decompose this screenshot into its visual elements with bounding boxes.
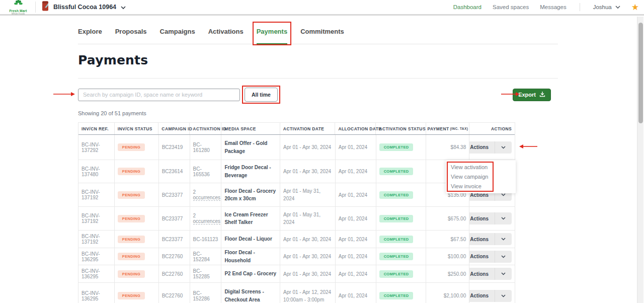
favorite-star-icon[interactable]: ★: [631, 3, 639, 12]
nav-messages[interactable]: Messages: [540, 4, 566, 10]
status-badge: COMPLETED: [379, 236, 414, 243]
chevron-down-icon: [495, 272, 512, 275]
column-header-media-space: MEDIA SPACE: [221, 123, 280, 134]
cell-media-space: Floor Decal - Household: [221, 248, 280, 265]
chevron-down-icon: [615, 4, 620, 10]
menu-item-view-campaign[interactable]: View campaign: [446, 173, 516, 181]
table-row: BC-INV-136295PENDINGBC22760BC-152286Digi…: [78, 283, 515, 303]
actions-button[interactable]: Actions: [469, 268, 512, 280]
actions-button[interactable]: Actions: [469, 141, 512, 154]
cell-activation-date: Apr 01 - May 31, 2024: [280, 207, 336, 230]
scrollbar-thumb[interactable]: [638, 23, 643, 123]
cell-activation-date: Apr 01 - Apr 30, 2024: [280, 135, 336, 160]
cell-inv-ref: BC-INV-137192: [78, 207, 115, 230]
status-badge: PENDING: [118, 143, 145, 151]
actions-button[interactable]: Actions: [469, 251, 512, 263]
download-icon: [539, 91, 545, 98]
status-badge: COMPLETED: [379, 292, 414, 299]
menu-item-view-invoice[interactable]: View invoice: [446, 182, 516, 190]
chevron-down-icon: [495, 294, 512, 297]
cell-inv-status: PENDING: [115, 160, 159, 183]
cell-inv-ref: BC-INV-137480: [78, 160, 115, 183]
column-header-inv-cn-ref-: INV/CN REF.: [78, 123, 115, 134]
menu-item-view-activation[interactable]: View activation: [446, 163, 516, 171]
chevron-down-icon: [495, 146, 512, 149]
occurrences-link[interactable]: 2 occurrences: [193, 189, 220, 201]
column-header-actions: ACTIONS: [469, 123, 515, 134]
logo-title: Fresh Mart: [9, 9, 27, 13]
cell-actions: Actions: [469, 265, 515, 282]
cell-allocation-date: Apr 01, 2024: [336, 248, 376, 265]
cell-activation-date: Apr 01 - May 31, 2024: [280, 183, 336, 206]
tab-payments[interactable]: Payments: [257, 28, 287, 45]
status-badge: PENDING: [118, 292, 145, 299]
tab-bar: ExploreProposalsCampaignsActivationsPaym…: [78, 28, 558, 44]
cell-inv-status: PENDING: [115, 135, 159, 160]
cell-activation-status: COMPLETED: [376, 207, 427, 230]
export-button[interactable]: Export: [513, 89, 551, 101]
date-filter-button[interactable]: All time: [245, 88, 278, 102]
cell-activation-status: COMPLETED: [376, 135, 427, 160]
actions-button-label: Actions: [469, 271, 495, 277]
cell-media-space: Floor Decal - Grocery 20cm x 30cm: [221, 183, 280, 206]
column-header-payment: PAYMENT(INC. TAX): [426, 123, 469, 134]
status-badge: PENDING: [118, 236, 145, 243]
cell-inv-ref: BC-INV-136295: [78, 265, 115, 282]
activation-id-text: BC-152284: [193, 251, 218, 262]
column-header-inv-cn-status: INV/CN STATUS: [115, 123, 159, 134]
cell-media-space: Email Offer - Gold Package: [221, 135, 280, 160]
user-name: Joshua: [593, 4, 612, 10]
cell-activation-id: BC-152286: [190, 283, 222, 303]
cell-actions: Actions: [469, 283, 515, 303]
chevron-down-icon: [121, 3, 126, 12]
cell-campaign-id: BC23377: [159, 207, 190, 230]
cell-inv-status: PENDING: [115, 183, 159, 206]
actions-button[interactable]: Actions: [469, 233, 512, 245]
workspace-label: Blissful Cocoa 10964: [53, 4, 116, 11]
tab-commitments[interactable]: Commitments: [300, 28, 344, 44]
cell-campaign-id: BC23377: [159, 231, 190, 248]
tab-campaigns[interactable]: Campaigns: [160, 28, 195, 44]
cell-media-space: P2 End Cap - Grocery: [221, 265, 280, 282]
tab-proposals[interactable]: Proposals: [115, 28, 147, 44]
table-row: BC-INV-137192PENDINGBC233772 occurrences…: [78, 207, 515, 231]
freshmart-logo[interactable]: Fresh Mart Whole Foods: [7, 0, 29, 15]
cell-inv-status: PENDING: [115, 207, 159, 230]
cell-activation-date: Apr 01 - Apr 30, 2024: [280, 248, 336, 265]
column-header-campaign-id: CAMPAIGN ID: [158, 123, 190, 134]
actions-button-label: Actions: [469, 293, 495, 298]
table-row: BC-INV-137292PENDINGBC23419BC-161280Emai…: [78, 135, 515, 160]
actions-button[interactable]: Actions: [469, 212, 512, 224]
actions-button[interactable]: Actions: [469, 290, 512, 302]
actions-button-label: Actions: [469, 237, 495, 242]
occurrences-link[interactable]: 2 occurrences: [193, 213, 220, 224]
table-row: BC-INV-137192PENDINGBC23377BC-161123Floo…: [78, 231, 515, 248]
cell-actions: Actions: [469, 231, 515, 248]
status-badge: PENDING: [118, 168, 145, 175]
cell-payment: $84.38: [426, 135, 469, 160]
cell-media-space: Fridge Door Decal - Beverage: [221, 160, 280, 183]
status-badge: PENDING: [118, 215, 145, 222]
tab-activations[interactable]: Activations: [208, 28, 244, 44]
topbar-divider: [580, 3, 580, 11]
cell-payment: $100.00: [426, 248, 469, 265]
payments-table: INV/CN REF.INV/CN STATUSCAMPAIGN IDACTIV…: [78, 122, 515, 303]
cell-media-space: Floor Decal - Liquor: [221, 231, 280, 248]
nav-dashboard[interactable]: Dashboard: [453, 4, 481, 10]
workspace-selector[interactable]: Blissful Cocoa 10964: [42, 1, 126, 13]
user-menu[interactable]: Joshua: [593, 4, 620, 10]
cell-activation-status: COMPLETED: [376, 231, 427, 248]
table-row: BC-INV-136295PENDINGBC22760BC-152284Floo…: [78, 248, 515, 265]
status-badge: COMPLETED: [379, 143, 414, 151]
actions-button-label: Actions: [469, 254, 495, 259]
tab-explore[interactable]: Explore: [78, 28, 102, 44]
actions-dropdown-menu: View activation View campaign View invoi…: [446, 160, 516, 193]
cell-inv-ref: BC-INV-136295: [78, 248, 115, 265]
search-input[interactable]: [78, 89, 240, 101]
cell-allocation-date: Apr 01, 2024: [336, 160, 376, 183]
nav-saved-spaces[interactable]: Saved spaces: [493, 4, 529, 10]
scrollbar-track[interactable]: [637, 17, 643, 303]
cell-activation-date: Apr 01 - Apr 30, 2024: [280, 231, 336, 248]
cell-campaign-id: BC22760: [159, 265, 190, 282]
table-row: BC-INV-136295PENDINGBC22760BC-152285P2 E…: [78, 265, 515, 283]
